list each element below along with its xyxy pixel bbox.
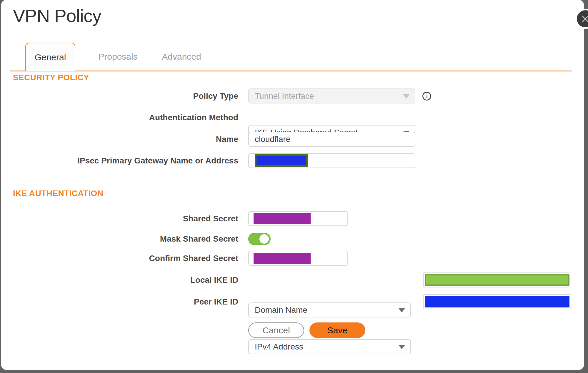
gateway-input[interactable]	[248, 153, 415, 168]
section-ike-authentication: IKE AUTHENTICATION	[13, 189, 103, 198]
cancel-button[interactable]: Cancel	[248, 322, 304, 338]
mask-shared-secret-label: Mask Shared Secret	[1, 233, 238, 245]
save-button-label: Save	[327, 325, 347, 335]
local-ike-id-redacted-value	[425, 274, 569, 286]
dropdown-caret-icon	[399, 345, 405, 349]
section-security-policy: SECURITY POLICY	[13, 73, 89, 82]
peer-ike-id-value: IPv4 Address	[255, 342, 303, 352]
tab-general-label: General	[35, 52, 66, 62]
dropdown-caret-icon	[403, 94, 409, 98]
shared-secret-redacted-value	[254, 213, 311, 224]
save-button[interactable]: Save	[309, 322, 365, 338]
shared-secret-input[interactable]	[248, 211, 348, 226]
tab-proposals[interactable]: Proposals	[89, 43, 147, 71]
tab-proposals-label: Proposals	[98, 52, 137, 62]
toggle-knob	[259, 234, 269, 244]
tab-advanced[interactable]: Advanced	[152, 43, 211, 71]
confirm-shared-secret-input[interactable]	[248, 251, 348, 266]
peer-ike-id-label: Peer IKE ID	[1, 294, 238, 309]
name-value: cloudflare	[255, 135, 290, 144]
peer-ike-id-redacted-value	[425, 296, 569, 307]
policy-type-value: Tunnel Interface	[255, 91, 314, 101]
authentication-method-label: Authentication Method	[1, 110, 238, 125]
cancel-button-label: Cancel	[262, 325, 290, 335]
policy-type-select[interactable]: Tunnel Interface	[248, 88, 415, 103]
confirm-shared-secret-redacted-value	[254, 253, 311, 264]
gateway-label: IPsec Primary Gateway Name or Address	[1, 153, 238, 168]
mask-shared-secret-toggle[interactable]	[248, 233, 271, 245]
tab-advanced-label: Advanced	[162, 52, 201, 62]
local-ike-id-label: Local IKE ID	[1, 272, 238, 287]
name-label: Name	[1, 132, 238, 147]
local-ike-id-value-input[interactable]	[423, 272, 571, 287]
tab-general[interactable]: General	[25, 43, 75, 71]
policy-type-label: Policy Type	[1, 88, 238, 103]
confirm-shared-secret-label: Confirm Shared Secret	[1, 251, 238, 266]
vpn-policy-screen: VPN Policy General Proposals Advanced SE…	[0, 0, 588, 373]
local-ike-id-value: Domain Name	[255, 305, 307, 315]
tab-bar: General Proposals Advanced	[10, 43, 572, 71]
shared-secret-label: Shared Secret	[1, 211, 238, 226]
local-ike-id-select[interactable]: Domain Name	[248, 302, 411, 317]
dropdown-caret-icon	[399, 308, 405, 312]
peer-ike-id-value-input[interactable]	[423, 294, 571, 309]
gateway-redacted-value	[255, 154, 308, 167]
info-icon[interactable]: i	[422, 92, 431, 101]
page-title: VPN Policy	[13, 5, 101, 26]
name-input[interactable]: cloudflare	[248, 132, 415, 147]
peer-ike-id-select[interactable]: IPv4 Address	[248, 339, 411, 354]
vpn-policy-dialog: VPN Policy General Proposals Advanced SE…	[1, 0, 584, 370]
